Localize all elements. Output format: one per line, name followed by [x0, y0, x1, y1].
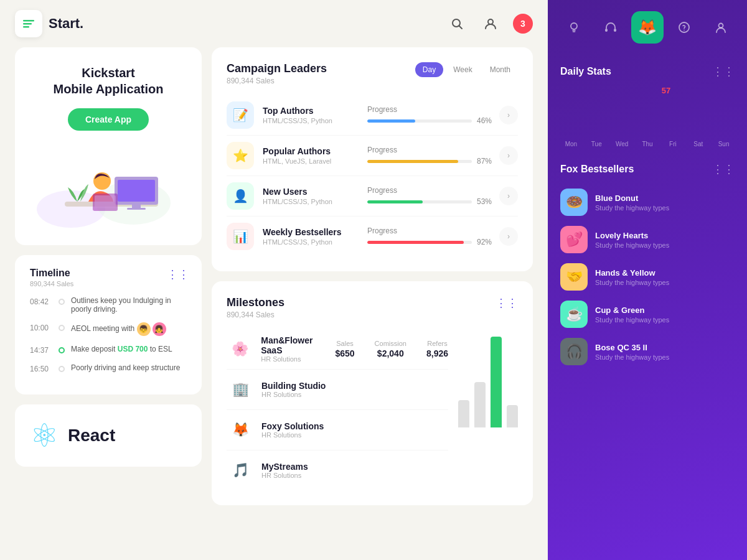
- content-grid: Kickstart Mobile Application Create App: [0, 47, 548, 560]
- bestseller-item[interactable]: ☕ Cup & Green Study the highway types: [560, 296, 735, 333]
- timeline-item: 14:37 Make deposit USD 700 to ESL: [30, 345, 187, 355]
- react-label: React: [68, 426, 115, 446]
- svg-point-5: [488, 19, 493, 24]
- search-button[interactable]: [446, 12, 468, 35]
- svg-point-16: [571, 23, 577, 29]
- daily-stats-section: Daily Stats ⋮⋮ 57 Mon Tue Wed: [548, 55, 747, 157]
- bestseller-thumb: 🍩: [560, 189, 588, 216]
- tab-day[interactable]: Day: [415, 62, 443, 77]
- bestseller-thumb: ☕: [560, 301, 588, 328]
- chart-bar: [507, 405, 518, 428]
- nav-headphones-icon[interactable]: [594, 11, 627, 44]
- svg-rect-0: [23, 20, 34, 22]
- timeline-items: 08:42 Outlines keep you Indulging in poo…: [30, 296, 187, 373]
- campaign-row: 📝 Top Authors HTML/CSS/JS, Python Progre…: [227, 95, 518, 136]
- campaign-arrow[interactable]: ›: [499, 227, 518, 246]
- timeline-item: 10:00 AEOL meeting with 👦 👧: [30, 322, 187, 336]
- tab-month[interactable]: Month: [482, 62, 518, 77]
- bestseller-item[interactable]: 💕 Lovely Hearts Study the highway types: [560, 221, 735, 258]
- bar-item: Fri: [662, 138, 684, 147]
- nav-user-icon[interactable]: [705, 11, 737, 44]
- campaign-row: ⭐ Popular Authors HTML, VueJS, Laravel P…: [227, 136, 518, 176]
- right-top-icons: 🦊: [548, 0, 747, 55]
- bar-item: Wed: [611, 138, 633, 147]
- campaign-arrow[interactable]: ›: [499, 106, 518, 124]
- bestseller-thumb: 🎧: [560, 338, 588, 365]
- left-column: Kickstart Mobile Application Create App: [15, 47, 202, 520]
- bestseller-item[interactable]: 🤝 Hands & Yellow Study the highway types: [560, 258, 735, 296]
- fox-bestsellers-section: Fox Bestsellers ⋮⋮ 🍩 Blue Donut Study th…: [548, 157, 747, 560]
- timeline-menu[interactable]: ⋮⋮: [167, 268, 189, 281]
- fox-bestsellers-menu[interactable]: ⋮⋮: [712, 162, 735, 176]
- chart-peak-value: 57: [560, 86, 735, 95]
- right-panel: 🦊 Daily Stats ⋮⋮ 57 M: [548, 0, 747, 560]
- bar-item: Mon: [560, 138, 582, 147]
- daily-stats-menu[interactable]: ⋮⋮: [712, 65, 735, 78]
- profile-button[interactable]: [479, 12, 502, 35]
- svg-rect-1: [23, 23, 32, 25]
- top-nav: Start. 3: [0, 0, 548, 47]
- milestones-chart: [448, 329, 518, 435]
- daily-stats-header: Daily Stats ⋮⋮: [560, 65, 735, 78]
- bar-item: Sun: [713, 138, 735, 147]
- right-column: Campaign Leaders 890,344 Sales Day Week …: [212, 47, 533, 520]
- react-logo-icon: ⚛: [30, 417, 59, 454]
- timeline-item: 08:42 Outlines keep you Indulging in poo…: [30, 296, 187, 314]
- campaign-row: 📊 Weekly Bestsellers HTML/CSS/JS, Python…: [227, 217, 518, 256]
- tab-week[interactable]: Week: [446, 62, 479, 77]
- svg-rect-2: [23, 26, 29, 28]
- bestseller-item[interactable]: 🍩 Blue Donut Study the highway types: [560, 184, 735, 221]
- svg-rect-12: [127, 208, 146, 210]
- notification-badge[interactable]: 3: [513, 14, 533, 34]
- svg-rect-18: [614, 29, 616, 32]
- svg-rect-17: [605, 29, 608, 32]
- timeline-subtitle: 890,344 Sales: [30, 280, 187, 287]
- bars-wrap: Mon Tue Wed Thu Fri: [560, 98, 735, 147]
- main-area: Start. 3 Kicksta: [0, 0, 548, 560]
- illustration: [30, 147, 187, 228]
- milestones-card: Milestones 890,344 Sales ⋮⋮ 🌸 Man&Flower…: [212, 281, 533, 505]
- milestone-row: 🏢 Building Studio HR Solutions: [227, 370, 448, 410]
- daily-stats-chart: 57 Mon Tue Wed Thu: [560, 86, 735, 147]
- fox-bestsellers-title: Fox Bestsellers: [560, 164, 634, 175]
- milestone-row: 🌸 Man&Flower SaaS HR Solutions Sales $65…: [227, 329, 448, 370]
- milestones-menu[interactable]: ⋮⋮: [496, 296, 518, 310]
- bestseller-thumb: 💕: [560, 226, 588, 253]
- campaign-title: Campaign Leaders: [227, 62, 327, 75]
- milestones-header: Milestones 890,344 Sales ⋮⋮: [227, 296, 518, 319]
- timeline-title: Timeline: [30, 268, 187, 279]
- svg-rect-15: [95, 195, 116, 208]
- svg-line-4: [459, 26, 463, 29]
- milestones-title: Milestones: [227, 296, 284, 309]
- campaign-arrow[interactable]: ›: [499, 187, 518, 205]
- campaign-icon: 📝: [227, 101, 254, 129]
- milestones-subtitle: 890,344 Sales: [227, 310, 284, 319]
- campaign-card: Campaign Leaders 890,344 Sales Day Week …: [212, 47, 533, 271]
- campaign-icon: ⭐: [227, 142, 254, 169]
- period-tabs: Day Week Month: [415, 62, 518, 77]
- campaign-subtitle: 890,344 Sales: [227, 77, 327, 85]
- bar-item: Sat: [687, 138, 709, 147]
- nav-lightbulb-icon[interactable]: [558, 11, 590, 44]
- campaign-row: 👤 New Users HTML/CSS/JS, Python Progress…: [227, 176, 518, 217]
- nav-help-icon[interactable]: [668, 11, 700, 44]
- nav-fox-icon[interactable]: 🦊: [631, 11, 664, 44]
- milestone-row: 🎵 MyStreams HR Solutions: [227, 450, 448, 490]
- fox-bestsellers-header: Fox Bestsellers ⋮⋮: [560, 162, 735, 176]
- kickstart-card: Kickstart Mobile Application Create App: [15, 47, 202, 245]
- create-app-button[interactable]: Create App: [68, 108, 149, 131]
- bar-item: Tue: [586, 138, 608, 147]
- campaign-icon: 👤: [227, 182, 254, 210]
- svg-point-20: [684, 30, 685, 31]
- svg-rect-10: [118, 180, 155, 202]
- campaign-arrow[interactable]: ›: [499, 146, 518, 165]
- timeline-card: Timeline 890,344 Sales ⋮⋮ 08:42 Outlines…: [15, 255, 202, 394]
- logo-text: Start.: [49, 16, 83, 32]
- bestseller-item[interactable]: 🎧 Bose QC 35 II Study the highway types: [560, 333, 735, 370]
- bar-item: Thu: [637, 138, 659, 147]
- daily-stats-title: Daily Stats: [560, 66, 611, 77]
- bestseller-thumb: 🤝: [560, 263, 588, 291]
- milestone-row: 🦊 Foxy Solutions HR Solutions: [227, 410, 448, 450]
- chart-bar: [491, 337, 502, 427]
- chart-bar: [474, 382, 486, 427]
